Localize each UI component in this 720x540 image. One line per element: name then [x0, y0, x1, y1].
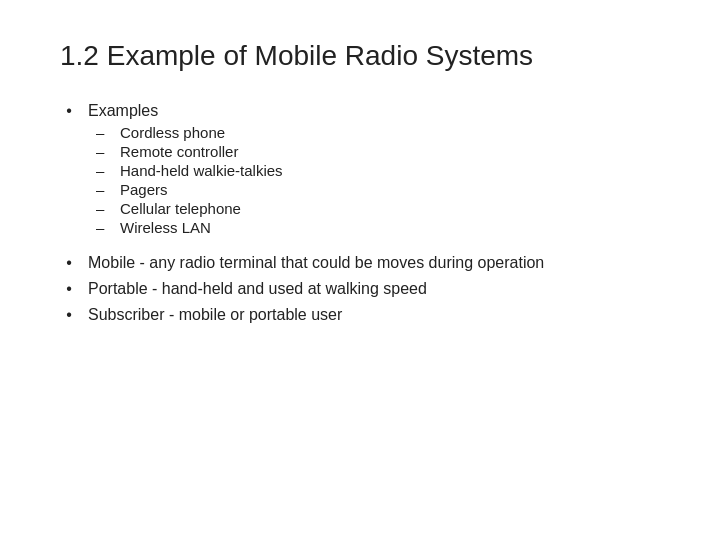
sub-item-label-4: Pagers [120, 181, 168, 198]
sub-item-5: – Cellular telephone [96, 200, 660, 217]
content-area: • Examples – Cordless phone – Remote con… [60, 102, 660, 324]
sub-item-label-6: Wireless LAN [120, 219, 211, 236]
dash-5: – [96, 200, 110, 217]
dash-6: – [96, 219, 110, 236]
sub-item-label-1: Cordless phone [120, 124, 225, 141]
sub-item-4: – Pagers [96, 181, 660, 198]
bullet-dot: • [60, 102, 78, 120]
sub-item-1: – Cordless phone [96, 124, 660, 141]
dash-2: – [96, 143, 110, 160]
bullet-text-2: Portable - hand-held and used at walking… [88, 280, 427, 298]
bullet-line-2: • Portable - hand-held and used at walki… [60, 280, 660, 298]
dash-3: – [96, 162, 110, 179]
bullet-text-1: Mobile - any radio terminal that could b… [88, 254, 544, 272]
dash-1: – [96, 124, 110, 141]
sub-item-3: – Hand-held walkie-talkies [96, 162, 660, 179]
sub-item-6: – Wireless LAN [96, 219, 660, 236]
dash-4: – [96, 181, 110, 198]
sub-items-list: – Cordless phone – Remote controller – H… [96, 124, 660, 236]
bullet-dot-2: • [60, 280, 78, 298]
examples-label: Examples [88, 102, 158, 120]
sub-item-2: – Remote controller [96, 143, 660, 160]
bullet-text-3: Subscriber - mobile or portable user [88, 306, 342, 324]
bullet-dot-1: • [60, 254, 78, 272]
sub-item-label-3: Hand-held walkie-talkies [120, 162, 283, 179]
sub-item-label-2: Remote controller [120, 143, 238, 160]
bullet-line-3: • Subscriber - mobile or portable user [60, 306, 660, 324]
bottom-bullets: • Mobile - any radio terminal that could… [60, 254, 660, 324]
slide-title: 1.2 Example of Mobile Radio Systems [60, 40, 660, 72]
bullet-line-1: • Mobile - any radio terminal that could… [60, 254, 660, 272]
examples-section: • Examples – Cordless phone – Remote con… [60, 102, 660, 236]
bullet-dot-3: • [60, 306, 78, 324]
slide: 1.2 Example of Mobile Radio Systems • Ex… [0, 0, 720, 540]
examples-bullet: • Examples [60, 102, 660, 120]
sub-item-label-5: Cellular telephone [120, 200, 241, 217]
